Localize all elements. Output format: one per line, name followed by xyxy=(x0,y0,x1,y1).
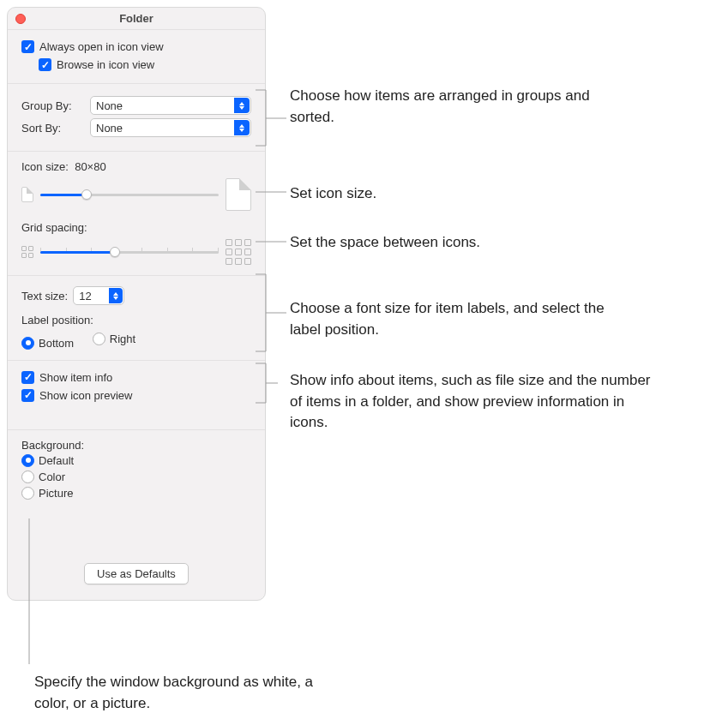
label-browse: Browse in icon view xyxy=(57,58,154,71)
section-sizing: Icon size: 80×80 Grid spacing: xyxy=(8,152,265,276)
label-icon-size: Icon size: xyxy=(21,160,69,173)
label-text-size: Text size: xyxy=(21,290,68,303)
select-group-by[interactable]: None xyxy=(90,96,251,115)
radio-label-bottom[interactable] xyxy=(21,337,34,350)
checkbox-browse-icon-view[interactable] xyxy=(39,58,51,71)
slider-grid-spacing[interactable] xyxy=(40,243,219,261)
label-show-item-info: Show item info xyxy=(39,371,112,384)
footer: Use as Defaults xyxy=(8,512,265,600)
label-right: Right xyxy=(110,333,135,345)
label-label-position: Label position: xyxy=(21,314,93,327)
large-file-icon xyxy=(226,178,251,211)
view-options-panel: Folder Always open in icon view Browse i… xyxy=(7,7,266,601)
checkbox-show-icon-preview[interactable] xyxy=(21,389,34,402)
label-always-open: Always open in icon view xyxy=(39,40,164,53)
section-grouping: Group By: None Sort By: None xyxy=(8,84,265,152)
radio-bg-picture[interactable] xyxy=(21,487,34,500)
updown-icon xyxy=(234,98,250,113)
select-sort-by-value: None xyxy=(96,122,123,135)
label-bg-color: Color xyxy=(39,470,65,483)
value-icon-size: 80×80 xyxy=(75,160,106,173)
slider-icon-size[interactable] xyxy=(40,185,219,204)
label-group-by: Group By: xyxy=(21,99,90,112)
updown-icon xyxy=(234,120,250,135)
select-group-by-value: None xyxy=(96,99,123,112)
callout-grid-spacing: Set the space between icons. xyxy=(290,232,599,254)
section-background: Background: Default Color Picture xyxy=(8,430,265,512)
label-bg-picture: Picture xyxy=(39,487,73,500)
label-grid-spacing: Grid spacing: xyxy=(21,221,87,234)
use-as-defaults-button[interactable]: Use as Defaults xyxy=(84,563,189,584)
callout-text: Choose a font size for item labels, and … xyxy=(290,298,616,340)
callout-icon-size: Set icon size. xyxy=(290,183,599,205)
checkbox-show-item-info[interactable] xyxy=(21,371,34,384)
callout-grouping: Choose how items are arranged in groups … xyxy=(290,86,599,128)
radio-bg-color[interactable] xyxy=(21,470,34,483)
label-background: Background: xyxy=(21,439,84,452)
callout-show: Show info about items, such as file size… xyxy=(290,370,659,434)
radio-bg-default[interactable] xyxy=(21,454,34,467)
window-title: Folder xyxy=(119,12,153,25)
label-bg-default: Default xyxy=(39,454,74,467)
section-text: Text size: 12 Label position: Bottom Rig… xyxy=(8,276,265,361)
select-sort-by[interactable]: None xyxy=(90,118,251,137)
label-show-icon-preview: Show icon preview xyxy=(39,389,132,402)
loose-grid-icon xyxy=(226,239,251,265)
value-text-size: 12 xyxy=(79,290,91,303)
titlebar: Folder xyxy=(8,8,265,30)
radio-label-right[interactable] xyxy=(93,333,105,345)
section-show: Show item info Show icon preview xyxy=(8,361,265,430)
label-sort-by: Sort By: xyxy=(21,122,90,135)
callout-background: Specify the window background as white, … xyxy=(34,672,343,714)
updown-icon xyxy=(109,288,123,303)
tight-grid-icon xyxy=(21,246,33,258)
small-file-icon xyxy=(21,187,33,202)
label-bottom: Bottom xyxy=(39,337,74,350)
section-view-mode: Always open in icon view Browse in icon … xyxy=(8,30,265,84)
select-text-size[interactable]: 12 xyxy=(73,286,124,305)
checkbox-always-open-icon-view[interactable] xyxy=(21,40,34,53)
close-icon[interactable] xyxy=(15,14,26,24)
